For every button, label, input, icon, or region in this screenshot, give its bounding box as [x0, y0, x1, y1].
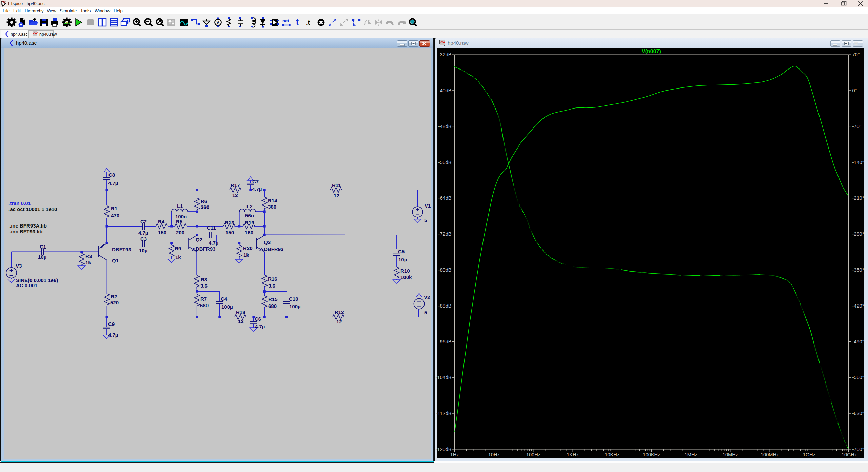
svg-text:10Hz: 10Hz [488, 452, 500, 457]
svg-text:1k: 1k [243, 252, 249, 258]
svg-text:150: 150 [225, 230, 234, 235]
svg-text:C11: C11 [207, 225, 216, 231]
svg-text:R20: R20 [243, 245, 253, 251]
svg-text:DBFT93: DBFT93 [112, 247, 131, 252]
svg-text:AC 0.001: AC 0.001 [16, 282, 37, 288]
svg-text:70°: 70° [852, 52, 860, 57]
svg-text:C8: C8 [108, 172, 115, 178]
svg-text:V2: V2 [424, 294, 430, 300]
svg-text:hp40.raw: hp40.raw [39, 32, 57, 37]
svg-text:150: 150 [158, 230, 166, 235]
svg-text:R2: R2 [111, 294, 117, 299]
svg-text:R11: R11 [332, 182, 341, 188]
svg-text:680: 680 [268, 303, 277, 309]
svg-text:L1: L1 [177, 203, 183, 209]
svg-text:100n: 100n [175, 214, 187, 219]
svg-text:56n: 56n [245, 213, 254, 218]
svg-text:.ac oct 10001 1 1e10: .ac oct 10001 1 1e10 [8, 206, 57, 212]
svg-text:1Hz: 1Hz [450, 452, 459, 457]
svg-text:100Hz: 100Hz [526, 452, 540, 457]
svg-text:t: t [296, 17, 299, 26]
svg-text:R10: R10 [400, 268, 410, 274]
svg-text:4.7µ: 4.7µ [138, 230, 149, 236]
svg-text:100KHz: 100KHz [643, 452, 660, 457]
svg-text:C1: C1 [40, 244, 46, 250]
svg-text:R7: R7 [200, 296, 207, 302]
svg-text:10µ: 10µ [139, 248, 147, 253]
svg-text:-72dB: -72dB [438, 231, 452, 237]
svg-text:100µ: 100µ [289, 303, 301, 309]
svg-text:R13: R13 [225, 220, 234, 225]
svg-text:V3: V3 [16, 263, 22, 269]
svg-text:Q1: Q1 [112, 258, 119, 263]
svg-text:-280°: -280° [852, 231, 864, 237]
svg-text:-210°: -210° [852, 195, 864, 201]
svg-text:R6: R6 [201, 198, 207, 204]
svg-text:-48dB: -48dB [438, 124, 452, 129]
svg-text:4.7µ: 4.7µ [108, 332, 118, 338]
svg-text:12: 12 [238, 318, 244, 324]
svg-text:hp40.asc: hp40.asc [11, 32, 28, 37]
svg-text:R1: R1 [111, 205, 117, 211]
svg-text:-560°: -560° [852, 375, 864, 380]
svg-text:10µ: 10µ [398, 257, 407, 262]
svg-text:4.7µ: 4.7µ [252, 186, 262, 192]
svg-text:C10: C10 [289, 296, 298, 302]
svg-text:R14: R14 [268, 198, 277, 203]
svg-text:-70°: -70° [852, 124, 862, 129]
svg-text:5: 5 [424, 217, 427, 223]
svg-text:V1: V1 [425, 203, 431, 209]
svg-text:.inc BFT93.lib: .inc BFT93.lib [9, 229, 43, 234]
svg-text:100µ: 100µ [221, 304, 233, 310]
svg-text:470: 470 [111, 213, 119, 218]
svg-text:0°: 0° [852, 88, 857, 93]
svg-text:100MHz: 100MHz [761, 452, 779, 457]
svg-text:.t: .t [306, 19, 310, 26]
svg-text:680: 680 [200, 302, 209, 308]
svg-text:Q3: Q3 [264, 239, 271, 245]
svg-text:R3: R3 [85, 253, 92, 259]
svg-text:DBFR93: DBFR93 [264, 246, 283, 252]
svg-text:-56dB: -56dB [438, 160, 452, 165]
svg-text:160: 160 [245, 230, 253, 235]
svg-text:-32dB: -32dB [438, 52, 452, 57]
svg-text:.ac: .ac [64, 20, 70, 25]
svg-text:R8: R8 [201, 277, 207, 282]
svg-text:-630°: -630° [852, 411, 864, 416]
svg-text:10GHz: 10GHz [842, 452, 857, 457]
svg-text:C5: C5 [398, 249, 405, 254]
svg-text:R19: R19 [245, 220, 254, 225]
svg-text:-140°: -140° [852, 160, 864, 165]
svg-text:R9: R9 [175, 245, 181, 251]
svg-text:C3: C3 [140, 236, 147, 242]
svg-text:.inc BFR93A.lib: .inc BFR93A.lib [9, 223, 47, 229]
svg-text:10µ: 10µ [38, 254, 46, 260]
svg-text:4.7µ: 4.7µ [255, 323, 265, 329]
svg-text:10KHz: 10KHz [605, 452, 619, 457]
svg-text:-112dB: -112dB [436, 411, 452, 416]
svg-text:-64dB: -64dB [438, 195, 452, 201]
svg-text:12: 12 [334, 193, 339, 198]
svg-text:360: 360 [201, 204, 209, 210]
svg-text:R5: R5 [176, 219, 182, 224]
svg-text:4.7µ: 4.7µ [209, 240, 219, 246]
svg-text:net: net [282, 18, 289, 23]
svg-text:520: 520 [110, 300, 119, 306]
svg-text:V: V [217, 20, 219, 25]
svg-text:R18: R18 [236, 309, 245, 315]
svg-text:-700°: -700° [852, 447, 864, 452]
svg-text:12: 12 [336, 319, 342, 324]
svg-text:1GHz: 1GHz [803, 452, 815, 457]
svg-text:-120dB: -120dB [435, 447, 451, 452]
svg-text:R12: R12 [335, 309, 344, 315]
svg-text:10MHz: 10MHz [723, 452, 738, 457]
svg-text:R4: R4 [158, 219, 165, 224]
svg-text:-80dB: -80dB [438, 267, 452, 273]
svg-text:C9: C9 [108, 321, 115, 327]
svg-text:R17: R17 [231, 182, 240, 188]
svg-text:Q2: Q2 [196, 237, 202, 242]
svg-text:5: 5 [424, 310, 427, 315]
svg-text:DBFR93: DBFR93 [196, 246, 215, 252]
svg-text:-88dB: -88dB [438, 303, 452, 309]
svg-text:-350°: -350° [852, 267, 864, 273]
